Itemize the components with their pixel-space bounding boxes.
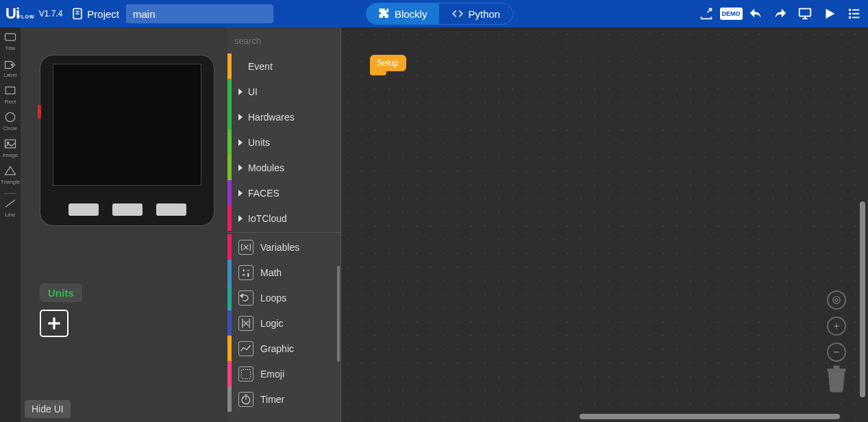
chevron-right-icon xyxy=(238,139,243,146)
tab-blockly[interactable]: Blockly xyxy=(366,3,440,25)
chevron-right-icon xyxy=(238,215,243,222)
device-screen[interactable] xyxy=(53,64,201,186)
svg-point-11 xyxy=(850,17,851,18)
chevron-right-icon xyxy=(238,164,243,171)
file-icon xyxy=(71,7,84,21)
category-logic[interactable]: Logic xyxy=(227,310,340,336)
device-button-b[interactable] xyxy=(112,203,142,216)
category-variables[interactable]: Variables xyxy=(227,234,340,260)
units-badge[interactable]: Units xyxy=(40,284,82,302)
triangle-icon xyxy=(3,164,17,177)
category-hardwares[interactable]: Hardwares xyxy=(227,104,340,129)
categories-panel: EventUIHardwaresUnitsModulesFACESIoTClou… xyxy=(227,27,341,422)
svg-point-30 xyxy=(248,273,249,274)
svg-point-16 xyxy=(5,112,14,121)
device-button[interactable] xyxy=(797,5,813,22)
redo-button[interactable] xyxy=(772,5,789,22)
category-loops[interactable]: Loops xyxy=(227,285,340,310)
svg-point-31 xyxy=(248,275,249,276)
svg-marker-33 xyxy=(240,294,243,297)
category-graphic[interactable]: Graphic xyxy=(227,336,340,361)
svg-point-14 xyxy=(11,64,13,66)
tool-triangle[interactable]: Triangle xyxy=(1,164,21,185)
device-preview[interactable] xyxy=(40,55,214,226)
category-event[interactable]: Event xyxy=(227,53,340,79)
svg-marker-19 xyxy=(5,166,15,175)
tool-separator xyxy=(4,193,16,194)
device-button-c[interactable] xyxy=(156,203,186,216)
svg-marker-6 xyxy=(826,9,835,19)
category-ui[interactable]: UI xyxy=(227,79,340,104)
chevron-right-icon xyxy=(238,114,243,121)
category-separator xyxy=(227,232,340,233)
category-emoji[interactable]: Emoji xyxy=(227,361,340,386)
svg-rect-44 xyxy=(834,366,840,369)
tool-rect[interactable]: Rect xyxy=(3,84,17,105)
menu-button[interactable] xyxy=(846,5,863,22)
search-input[interactable] xyxy=(234,36,341,46)
category-math[interactable]: Math xyxy=(227,260,340,285)
demo-button[interactable]: DEMO xyxy=(723,5,739,22)
tool-image[interactable]: Image xyxy=(3,137,18,158)
svg-point-9 xyxy=(850,13,851,14)
svg-point-38 xyxy=(835,299,838,301)
timer-icon xyxy=(238,392,253,407)
tool-circle[interactable]: Circle xyxy=(3,110,17,132)
category-faces[interactable]: FACES xyxy=(227,180,340,206)
category-scrollbar[interactable] xyxy=(337,266,340,362)
zoom-out-button[interactable] xyxy=(827,343,846,362)
tool-label[interactable]: Label xyxy=(3,57,17,78)
code-icon xyxy=(451,8,464,20)
ui-preview-panel: Units Hide UI xyxy=(21,27,227,422)
svg-line-20 xyxy=(5,200,14,207)
svg-rect-43 xyxy=(828,369,846,372)
undo-button[interactable] xyxy=(747,5,764,22)
device-button-a[interactable] xyxy=(69,203,99,216)
rect-icon xyxy=(3,84,17,97)
svg-rect-15 xyxy=(5,87,14,94)
header: UiFLOW V1.7.4 Project Blockly Python DEM… xyxy=(0,0,868,27)
workspace-scrollbar-vertical[interactable] xyxy=(860,201,865,397)
trash-button[interactable] xyxy=(824,364,849,396)
svg-rect-34 xyxy=(241,369,250,378)
tool-title[interactable]: Title xyxy=(3,30,17,51)
run-button[interactable] xyxy=(821,5,838,22)
math-icon xyxy=(238,265,253,280)
workspace-scrollbar-horizontal[interactable] xyxy=(580,414,840,419)
filename-input[interactable] xyxy=(126,4,273,23)
variables-icon xyxy=(238,240,253,255)
circle-icon xyxy=(3,110,17,124)
search-row xyxy=(227,27,340,53)
svg-point-39 xyxy=(833,297,841,304)
project-button[interactable]: Project xyxy=(71,7,119,21)
svg-point-7 xyxy=(850,10,851,11)
upload-button[interactable] xyxy=(698,5,715,22)
emoji-icon xyxy=(238,367,253,382)
setup-block[interactable]: Setup xyxy=(370,55,406,71)
tab-python[interactable]: Python xyxy=(439,3,513,25)
label-icon xyxy=(3,57,17,71)
category-modules[interactable]: Modules xyxy=(227,155,340,180)
chevron-right-icon xyxy=(238,88,243,95)
version-label: V1.7.4 xyxy=(39,9,63,18)
logo: UiFLOW xyxy=(5,5,35,23)
project-label: Project xyxy=(87,8,119,20)
graphic-icon xyxy=(238,341,253,356)
zoom-in-button[interactable] xyxy=(827,316,846,336)
category-units[interactable]: Units xyxy=(227,129,340,155)
title-icon xyxy=(3,30,17,44)
workspace[interactable]: Setup xyxy=(341,27,868,422)
category-timer[interactable]: Timer xyxy=(227,386,340,412)
tool-line[interactable]: Line xyxy=(3,197,17,218)
hide-ui-button[interactable]: Hide UI xyxy=(25,400,71,418)
add-unit-button[interactable] xyxy=(40,310,69,337)
svg-rect-13 xyxy=(5,34,16,40)
plus-icon xyxy=(45,314,63,332)
image-icon xyxy=(3,137,17,151)
category-iotcloud[interactable]: IoTCloud xyxy=(227,206,340,231)
center-button[interactable] xyxy=(827,290,846,310)
view-mode-tabs: Blockly Python xyxy=(366,3,513,25)
chevron-right-icon xyxy=(238,190,243,197)
line-icon xyxy=(3,197,17,210)
puzzle-icon xyxy=(378,8,390,20)
